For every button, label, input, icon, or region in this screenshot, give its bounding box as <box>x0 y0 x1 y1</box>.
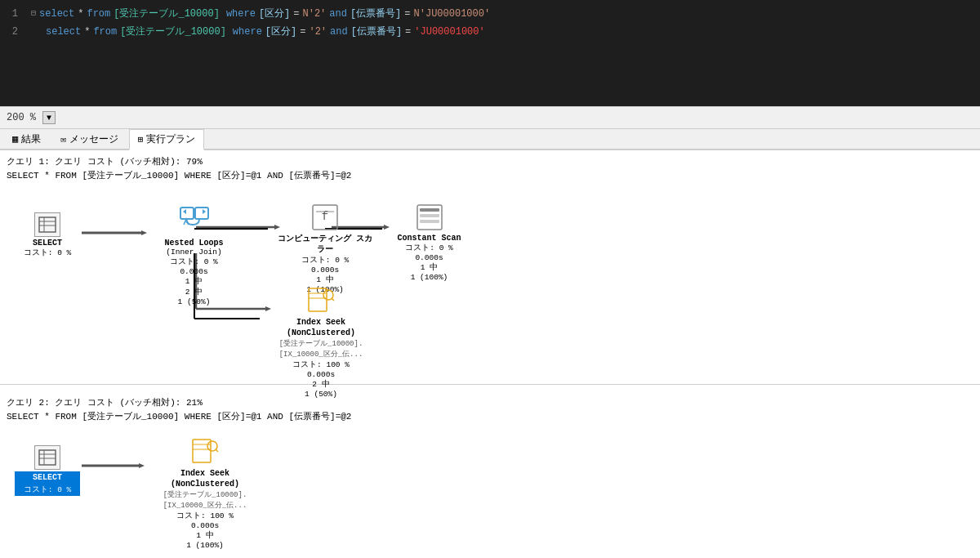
and-2: and <box>330 23 348 41</box>
q2-select-icon-svg <box>38 449 56 466</box>
and-1: and <box>329 5 347 23</box>
eq-3: = <box>300 23 305 41</box>
svg-line-30 <box>332 298 334 301</box>
val-n-2: N'JU00001000' <box>414 5 491 23</box>
query1-plan-diagram: SELECT コスト: 0 % Ne <box>15 188 586 376</box>
tab-results[interactable]: ▦ 結果 <box>3 129 50 150</box>
star-1: * <box>78 5 83 23</box>
q1-compute-cost: コスト: 0 % <box>276 255 374 266</box>
q2-is-actual: 1 (100%) <box>144 541 266 550</box>
toolbar: 200 % ▼ <box>0 106 980 129</box>
line-numbers: 1 2 <box>0 3 24 103</box>
col-3: [区分] <box>265 23 296 41</box>
val-str2-1: 'JU00001000' <box>414 23 484 41</box>
q1-nl-time: 0.000s <box>147 267 241 276</box>
q1-nl-actual: 1 (50%) <box>147 297 241 306</box>
code-lines[interactable]: ⊟ select * from [受注テーブル_10000] where [区分… <box>24 3 980 103</box>
line-number-1: 1 <box>7 5 18 23</box>
line-number-2: 2 <box>7 23 18 41</box>
query2-plan-diagram: SELECT コスト: 0 % Index Seek (NonClustered… <box>15 429 341 551</box>
val-n-1: N'2' <box>303 5 327 23</box>
collapse-icon-1[interactable]: ⊟ <box>31 5 36 23</box>
q1-nested-loops-node[interactable]: Nested Loops (Inner Join) コスト: 0 % 0.000… <box>147 206 241 306</box>
q1-is-label: Index Seek (NonClustered) <box>264 317 378 338</box>
svg-rect-19 <box>195 208 208 219</box>
q1-constant-scan-node[interactable]: Constant Scan コスト: 0 % 0.000s 1 中 1 (100… <box>386 203 472 282</box>
kw-where-2: where <box>233 23 262 41</box>
q1-constant-scan-icon <box>415 203 444 232</box>
col-4: [伝票番号] <box>351 23 402 41</box>
query2-section: クエリ 2: クエリ コスト (バッチ相対): 21% SELECT * FRO… <box>0 391 980 553</box>
eq-4: = <box>405 23 411 41</box>
q1-sql-text: SELECT * FROM [受注テーブル_10000] WHERE [区分]=… <box>7 171 351 181</box>
kw-from-2: from <box>93 23 117 41</box>
q1-is-rows: 2 中 <box>264 379 378 390</box>
q2-select-node[interactable]: SELECT コスト: 0 % <box>15 445 80 496</box>
q1-is-time: 0.000s <box>264 370 378 379</box>
q2-index-seek-icon <box>190 437 220 466</box>
index-seek-icon-svg <box>307 287 335 315</box>
kw-select-1: select <box>39 5 74 23</box>
tab-messages[interactable]: ✉ メッセージ <box>51 129 127 150</box>
q1-compute-node[interactable]: f コンピューティング スカラー コスト: 0 % 0.000s 1 中 1 (… <box>276 203 374 294</box>
q1-compute-icon: f <box>310 203 340 232</box>
query1-sql: SELECT * FROM [受注テーブル_10000] WHERE [区分]=… <box>7 169 973 181</box>
q1-compute-time: 0.000s <box>276 266 374 275</box>
kw-from-1: from <box>87 5 110 23</box>
tab-execution-plan-label: 実行プラン <box>146 132 195 146</box>
svg-rect-14 <box>39 217 56 232</box>
code-line-1: ⊟ select * from [受注テーブル_10000] where [区分… <box>31 5 973 23</box>
q1-cs-rows: 1 中 <box>386 262 472 273</box>
q1-select-node[interactable]: SELECT コスト: 0 % <box>15 212 80 258</box>
grid-icon: ▦ <box>12 133 18 145</box>
q1-nl-est-rows: 2 中 <box>147 287 241 297</box>
q2-sql-text: SELECT * FROM [受注テーブル_10000] WHERE [区分]=… <box>7 412 351 422</box>
tbl-2: [受注テーブル_10000] <box>120 23 226 41</box>
kw-select-2: select <box>46 23 81 41</box>
main-content[interactable]: クエリ 1: クエリ コスト (バッチ相対): 79% SELECT * FRO… <box>0 150 980 558</box>
q1-nested-loops-icon <box>179 206 210 237</box>
q1-is-cost: コスト: 100 % <box>264 359 378 370</box>
query2-sql: SELECT * FROM [受注テーブル_10000] WHERE [区分]=… <box>7 410 973 422</box>
q2-select-label: SELECT <box>15 471 80 484</box>
zoom-down-button[interactable]: ▼ <box>42 111 56 124</box>
compute-icon-svg: f <box>311 203 339 231</box>
code-editor: 1 2 ⊟ select * from [受注テーブル_10000] where… <box>0 0 980 106</box>
svg-rect-33 <box>39 450 56 465</box>
svg-rect-24 <box>420 214 439 217</box>
q1-nl-rows: 1 中 <box>147 276 241 287</box>
col-1: [区分] <box>259 5 290 23</box>
q2-index-seek-node[interactable]: Index Seek (NonClustered) [受注テーブル_10000]… <box>144 437 266 550</box>
code-line-2: select * from [受注テーブル_10000] where [区分] … <box>31 23 973 41</box>
tbl-1: [受注テーブル_10000] <box>114 5 220 23</box>
q2-is-time: 0.000s <box>144 521 266 530</box>
col-2: [伝票番号] <box>350 5 401 23</box>
q1-select-icon <box>34 212 60 237</box>
eq-2: = <box>404 5 410 23</box>
q1-index-seek-node[interactable]: Index Seek (NonClustered) [受注テーブル_10000]… <box>264 286 378 399</box>
q1-index-seek-icon <box>306 286 336 315</box>
tab-messages-label: メッセージ <box>69 132 118 146</box>
tabs-bar: ▦ 結果 ✉ メッセージ ⊞ 実行プラン <box>0 129 980 150</box>
q2-is-cost: コスト: 100 % <box>144 511 266 521</box>
plan-icon: ⊞ <box>138 134 144 145</box>
constant-scan-icon-svg <box>416 203 443 231</box>
q1-compute-rows: 1 中 <box>276 275 374 285</box>
q1-compute-label: コンピューティング スカラー <box>276 234 374 255</box>
q1-nl-label: Nested Loops <box>147 239 241 248</box>
eq-1: = <box>293 5 299 23</box>
q1-select-cost: コスト: 0 % <box>15 248 80 258</box>
kw-where-1: where <box>226 5 256 23</box>
q2-index-seek-icon-svg <box>191 438 219 466</box>
tab-execution-plan[interactable]: ⊞ 実行プラン <box>129 129 205 150</box>
svg-rect-25 <box>420 220 439 223</box>
q2-select-cost: コスト: 0 % <box>15 484 80 496</box>
star-2: * <box>84 23 90 41</box>
q2-select-icon <box>34 445 60 470</box>
svg-rect-23 <box>420 208 439 212</box>
q1-cs-actual: 1 (100%) <box>386 273 472 282</box>
q1-cs-label: Constant Scan <box>386 234 472 243</box>
section-divider <box>0 384 980 385</box>
q1-select-label: SELECT <box>15 239 80 248</box>
query2-header: クエリ 2: クエリ コスト (バッチ相対): 21% <box>7 396 973 408</box>
